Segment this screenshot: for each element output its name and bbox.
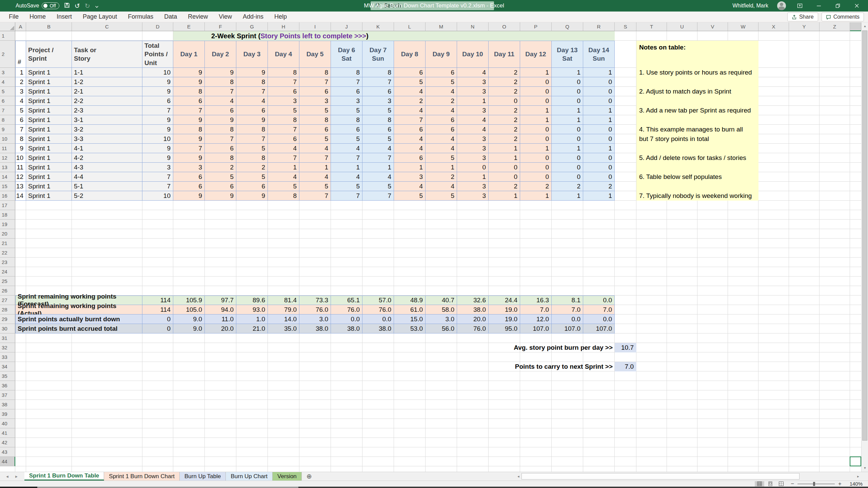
column-header-X[interactable]: X bbox=[758, 22, 789, 31]
cell-R5[interactable]: 0 bbox=[583, 87, 615, 96]
cell-O12[interactable]: 1 bbox=[489, 153, 520, 163]
summary-cell-I30[interactable]: 38.0 bbox=[299, 324, 331, 333]
row-header-21[interactable]: 21 bbox=[0, 239, 15, 248]
summary-cell-D28[interactable]: 114 bbox=[142, 305, 173, 314]
column-header-H[interactable]: H bbox=[268, 22, 299, 31]
cell-D8[interactable]: 9 bbox=[142, 115, 173, 125]
cell-F7[interactable]: 6 bbox=[205, 106, 236, 115]
summary-cell-J29[interactable]: 0.0 bbox=[331, 314, 362, 324]
cell-J16[interactable]: 7 bbox=[331, 191, 362, 201]
cell-I14[interactable]: 4 bbox=[299, 172, 331, 182]
row-header-29[interactable]: 29 bbox=[0, 314, 15, 324]
column-header-D[interactable]: D bbox=[142, 22, 173, 31]
cell-B9[interactable]: Sprint 1 bbox=[26, 125, 72, 134]
summary-label-30[interactable]: Sprint points burnt accrued total bbox=[15, 324, 142, 333]
cell-E7[interactable]: 7 bbox=[173, 106, 205, 115]
cell-C7[interactable]: 2-3 bbox=[72, 106, 142, 115]
cell-D15[interactable]: 7 bbox=[142, 182, 173, 191]
cell-D4[interactable]: 9 bbox=[142, 77, 173, 87]
header-day-2[interactable]: Day 2 bbox=[205, 41, 236, 68]
cell-D11[interactable]: 9 bbox=[142, 144, 173, 153]
undo-icon[interactable]: ↺ bbox=[75, 3, 80, 9]
cell-R7[interactable]: 1 bbox=[583, 106, 615, 115]
cell-A11[interactable]: 9 bbox=[15, 144, 26, 153]
summary-cell-Q27[interactable]: 8.1 bbox=[552, 296, 583, 305]
vertical-scroll-thumb[interactable] bbox=[862, 30, 867, 441]
cell-C8[interactable]: 3-1 bbox=[72, 115, 142, 125]
cell-P6[interactable]: 0 bbox=[520, 96, 552, 106]
cell-B15[interactable]: Sprint 1 bbox=[26, 182, 72, 191]
cell-O6[interactable]: 0 bbox=[489, 96, 520, 106]
row-header-4[interactable]: 4 bbox=[0, 77, 15, 87]
summary-cell-N27[interactable]: 32.6 bbox=[457, 296, 489, 305]
column-header-Q[interactable]: Q bbox=[552, 22, 583, 31]
ribbon-tab-add-ins[interactable]: Add-ins bbox=[237, 12, 269, 22]
cell-G8[interactable]: 9 bbox=[236, 115, 268, 125]
cell-P14[interactable]: 0 bbox=[520, 172, 552, 182]
cell-M12[interactable]: 5 bbox=[426, 153, 457, 163]
cell-K10[interactable]: 5 bbox=[362, 134, 394, 144]
row-header-2[interactable]: 2 bbox=[0, 41, 15, 68]
row-header-22[interactable]: 22 bbox=[0, 248, 15, 258]
cell-J13[interactable]: 1 bbox=[331, 163, 362, 172]
cell-M7[interactable]: 4 bbox=[426, 106, 457, 115]
cell-A12[interactable]: 10 bbox=[15, 153, 26, 163]
summary-cell-N29[interactable]: 20.0 bbox=[457, 314, 489, 324]
comments-button[interactable]: Comments bbox=[822, 13, 864, 21]
ribbon-tab-page-layout[interactable]: Page Layout bbox=[77, 12, 122, 22]
cell-I5[interactable]: 6 bbox=[299, 87, 331, 96]
cell-B7[interactable]: Sprint 1 bbox=[26, 106, 72, 115]
cell-R13[interactable]: 0 bbox=[583, 163, 615, 172]
row-header-40[interactable]: 40 bbox=[0, 419, 15, 428]
cell-L15[interactable]: 4 bbox=[394, 182, 426, 191]
cell-G3[interactable]: 9 bbox=[236, 68, 268, 77]
cell-K8[interactable]: 8 bbox=[362, 115, 394, 125]
cell-L4[interactable]: 5 bbox=[394, 77, 426, 87]
cell-K12[interactable]: 7 bbox=[362, 153, 394, 163]
zoom-in-icon[interactable]: + bbox=[838, 481, 842, 487]
cell-B8[interactable]: Sprint 1 bbox=[26, 115, 72, 125]
cell-A15[interactable]: 13 bbox=[15, 182, 26, 191]
cell-O8[interactable]: 2 bbox=[489, 115, 520, 125]
cell-D6[interactable]: 6 bbox=[142, 96, 173, 106]
column-header-B[interactable]: B bbox=[26, 22, 72, 31]
customize-qat-icon[interactable] bbox=[95, 4, 98, 7]
cell-R4[interactable]: 0 bbox=[583, 77, 615, 87]
cell-B13[interactable]: Sprint 1 bbox=[26, 163, 72, 172]
cell-O4[interactable]: 2 bbox=[489, 77, 520, 87]
cell-E10[interactable]: 9 bbox=[173, 134, 205, 144]
column-header-F[interactable]: F bbox=[205, 22, 236, 31]
summary-cell-M28[interactable]: 58.0 bbox=[426, 305, 457, 314]
column-header-AA[interactable] bbox=[850, 22, 861, 31]
cell-K14[interactable]: 4 bbox=[362, 172, 394, 182]
cell-N3[interactable]: 4 bbox=[457, 68, 489, 77]
cell-G15[interactable]: 6 bbox=[236, 182, 268, 191]
cell-Q8[interactable]: 1 bbox=[552, 115, 583, 125]
row-header-19[interactable]: 19 bbox=[0, 220, 15, 229]
header-day-1[interactable]: Day 1 bbox=[173, 41, 205, 68]
summary-cell-K30[interactable]: 38.0 bbox=[362, 324, 394, 333]
cell-E13[interactable]: 3 bbox=[173, 163, 205, 172]
column-header-O[interactable]: O bbox=[489, 22, 520, 31]
summary-cell-K28[interactable]: 76.0 bbox=[362, 305, 394, 314]
row-header-5[interactable]: 5 bbox=[0, 87, 15, 96]
cell-E16[interactable]: 9 bbox=[173, 191, 205, 201]
cell-F16[interactable]: 9 bbox=[205, 191, 236, 201]
cell-N12[interactable]: 3 bbox=[457, 153, 489, 163]
summary-cell-G28[interactable]: 93.0 bbox=[236, 305, 268, 314]
cell-Q4[interactable]: 0 bbox=[552, 77, 583, 87]
summary-cell-F28[interactable]: 94.0 bbox=[205, 305, 236, 314]
cell-J5[interactable]: 6 bbox=[331, 87, 362, 96]
header-day-13[interactable]: Day 13 Sat bbox=[552, 41, 583, 68]
avatar[interactable] bbox=[777, 1, 786, 10]
column-header-J[interactable]: J bbox=[331, 22, 362, 31]
cell-G11[interactable]: 5 bbox=[236, 144, 268, 153]
cell-R6[interactable]: 0 bbox=[583, 96, 615, 106]
cell-F4[interactable]: 8 bbox=[205, 77, 236, 87]
cell-K13[interactable]: 1 bbox=[362, 163, 394, 172]
cell-J7[interactable]: 5 bbox=[331, 106, 362, 115]
cell-I9[interactable]: 6 bbox=[299, 125, 331, 134]
column-header-V[interactable]: V bbox=[697, 22, 728, 31]
summary-cell-P28[interactable]: 7.0 bbox=[520, 305, 552, 314]
cell-P8[interactable]: 1 bbox=[520, 115, 552, 125]
